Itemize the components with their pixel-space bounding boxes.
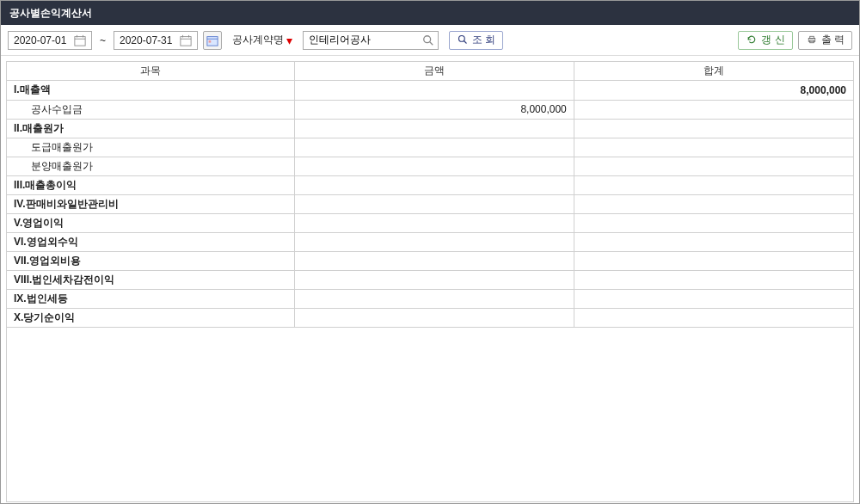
- svg-point-13: [459, 35, 465, 41]
- titlebar: 공사별손익계산서: [1, 1, 859, 25]
- total-cell: [574, 138, 853, 157]
- refresh-button-label: 갱 신: [761, 33, 784, 47]
- date-from-value: 2020-07-01: [14, 34, 66, 46]
- table-row[interactable]: VIII.법인세차감전이익: [7, 270, 853, 289]
- calendar-icon[interactable]: [74, 34, 86, 46]
- calendar-popup-button[interactable]: [203, 31, 222, 50]
- svg-line-12: [430, 41, 433, 45]
- date-to-input[interactable]: 2020-07-31: [114, 31, 198, 50]
- amount-cell: [295, 81, 574, 100]
- table-row[interactable]: X.당기순이익: [7, 308, 853, 327]
- table-row[interactable]: I.매출액8,000,000: [7, 81, 853, 100]
- search-box: [303, 31, 439, 50]
- print-icon: [806, 34, 818, 46]
- item-cell: 공사수입금: [7, 100, 295, 119]
- total-cell: [574, 119, 853, 138]
- amount-cell: [295, 270, 574, 289]
- total-cell: [574, 100, 853, 119]
- table-row[interactable]: 분양매출원가: [7, 157, 853, 175]
- col-header-total: 합계: [574, 62, 853, 81]
- amount-cell: [295, 194, 574, 213]
- amount-cell: [295, 119, 574, 138]
- total-cell: 8,000,000: [574, 81, 853, 100]
- table-row[interactable]: IX.법인세등: [7, 289, 853, 308]
- toolbar: 2020-07-01 ~ 2020-07-31 공사계약명 ▾: [1, 25, 859, 56]
- item-cell: VIII.법인세차감전이익: [7, 270, 295, 289]
- refresh-button[interactable]: 갱 신: [738, 31, 792, 50]
- required-indicator-icon: ▾: [286, 34, 292, 47]
- amount-cell: [295, 175, 574, 194]
- amount-cell: [295, 308, 574, 327]
- print-button[interactable]: 출 력: [798, 31, 852, 50]
- svg-rect-16: [809, 36, 814, 38]
- grid-body[interactable]: I.매출액8,000,000공사수입금8,000,000II.매출원가도급매출원…: [6, 81, 854, 502]
- amount-cell: [295, 213, 574, 232]
- total-cell: [574, 175, 853, 194]
- total-cell: [574, 157, 853, 175]
- table-row[interactable]: II.매출원가: [7, 119, 853, 138]
- grid-header-table: 과목 금액 합계: [6, 61, 854, 81]
- svg-point-11: [424, 35, 431, 42]
- svg-rect-4: [181, 36, 191, 46]
- amount-cell: [295, 289, 574, 308]
- header-row: 과목 금액 합계: [7, 62, 854, 81]
- table-row[interactable]: VI.영업외수익: [7, 232, 853, 251]
- grid-body-table: I.매출액8,000,000공사수입금8,000,000II.매출원가도급매출원…: [7, 81, 853, 328]
- amount-cell: 8,000,000: [295, 100, 574, 119]
- table-row[interactable]: 도급매출원가: [7, 138, 853, 157]
- search-icon[interactable]: [421, 34, 435, 47]
- refresh-icon: [746, 34, 758, 46]
- amount-cell: [295, 251, 574, 270]
- item-cell: III.매출총이익: [7, 175, 295, 194]
- total-cell: [574, 289, 853, 308]
- print-button-label: 출 력: [821, 33, 845, 47]
- field-label-group: 공사계약명 ▾: [232, 33, 292, 47]
- table-row[interactable]: VII.영업외비용: [7, 251, 853, 270]
- table-row[interactable]: III.매출총이익: [7, 175, 853, 194]
- col-header-amount: 금액: [294, 62, 574, 81]
- item-cell: I.매출액: [7, 81, 295, 100]
- grid-container: 과목 금액 합계 I.매출액8,000,000공사수입금8,000,000II.…: [1, 56, 859, 502]
- table-row[interactable]: 공사수입금8,000,000: [7, 100, 853, 119]
- total-cell: [574, 194, 853, 213]
- item-cell: VII.영업외비용: [7, 251, 295, 270]
- date-range-separator: ~: [97, 34, 108, 46]
- svg-rect-0: [75, 36, 85, 46]
- table-row[interactable]: IV.판매비와일반관리비: [7, 194, 853, 213]
- amount-cell: [295, 232, 574, 251]
- item-cell: 도급매출원가: [7, 138, 295, 157]
- lookup-button[interactable]: 조 회: [449, 31, 503, 50]
- total-cell: [574, 251, 853, 270]
- total-cell: [574, 213, 853, 232]
- amount-cell: [295, 138, 574, 157]
- item-cell: V.영업이익: [7, 213, 295, 232]
- total-cell: [574, 270, 853, 289]
- svg-rect-10: [209, 40, 212, 43]
- total-cell: [574, 308, 853, 327]
- total-cell: [574, 232, 853, 251]
- item-cell: VI.영업외수익: [7, 232, 295, 251]
- contract-name-input[interactable]: [303, 31, 439, 50]
- lookup-button-label: 조 회: [472, 33, 495, 47]
- date-to-value: 2020-07-31: [120, 34, 172, 46]
- item-cell: 분양매출원가: [7, 157, 295, 175]
- field-label: 공사계약명: [232, 33, 284, 47]
- amount-cell: [295, 157, 574, 175]
- window-title: 공사별손익계산서: [9, 7, 92, 19]
- svg-line-14: [464, 40, 467, 43]
- table-row[interactable]: V.영업이익: [7, 213, 853, 232]
- calendar-icon[interactable]: [180, 34, 192, 46]
- app-window: 공사별손익계산서 2020-07-01 ~ 2020-07-31 공사계약명 ▾: [0, 0, 860, 504]
- item-cell: II.매출원가: [7, 119, 295, 138]
- item-cell: IV.판매비와일반관리비: [7, 194, 295, 213]
- search-icon: [457, 34, 469, 46]
- item-cell: X.당기순이익: [7, 308, 295, 327]
- col-header-item: 과목: [7, 62, 295, 81]
- item-cell: IX.법인세등: [7, 289, 295, 308]
- date-from-input[interactable]: 2020-07-01: [8, 31, 92, 50]
